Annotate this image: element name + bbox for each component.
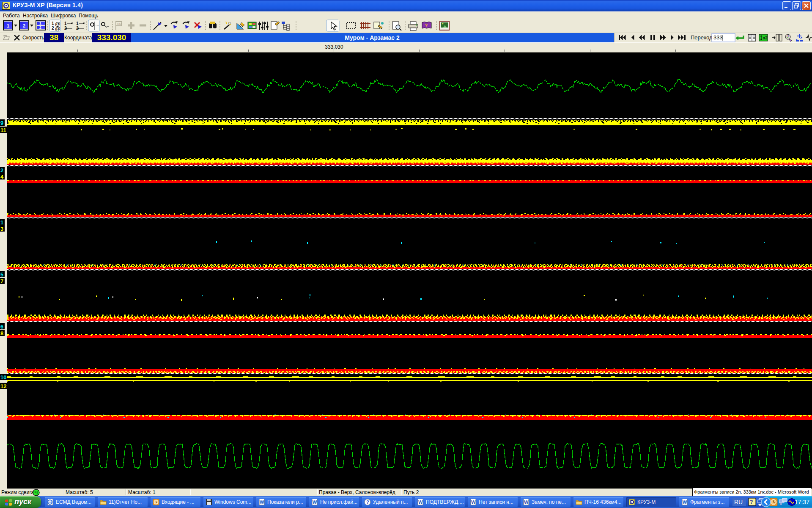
svg-text:1: 1: [52, 21, 54, 26]
svg-text:8: 8: [0, 330, 3, 337]
svg-text:333: 333: [713, 34, 723, 41]
svg-text:2: 2: [23, 23, 25, 28]
svg-text:1: 1: [64, 21, 67, 26]
svg-text:?: ?: [366, 500, 369, 505]
svg-text:4: 4: [0, 174, 4, 180]
svg-text:Ч: Ч: [35, 490, 38, 495]
svg-text:?: ?: [750, 499, 753, 505]
svg-text:3: 3: [0, 226, 3, 232]
svg-text:W: W: [683, 500, 687, 505]
svg-text:Переход: Переход: [691, 34, 713, 41]
svg-text:W: W: [418, 500, 423, 505]
svg-text:10: 10: [0, 374, 6, 381]
svg-text:12: 12: [0, 383, 6, 389]
svg-text:@: @: [55, 25, 60, 32]
svg-text:x2: x2: [763, 36, 768, 40]
svg-text:1: 1: [0, 219, 3, 226]
svg-text:2: 2: [52, 26, 54, 30]
svg-text:5: 5: [0, 271, 3, 278]
svg-text:1: 1: [39, 21, 41, 25]
svg-text:W: W: [313, 500, 317, 505]
svg-text:2: 2: [0, 167, 3, 174]
svg-text:W: W: [260, 500, 264, 505]
svg-text:7: 7: [0, 278, 3, 284]
svg-text:W: W: [471, 500, 476, 505]
svg-text:?: ?: [425, 23, 428, 28]
svg-text:2: 2: [39, 25, 41, 30]
svg-text:11: 11: [0, 127, 6, 133]
svg-text:RU: RU: [734, 499, 743, 505]
svg-text:6: 6: [0, 323, 3, 330]
svg-text:9: 9: [0, 120, 3, 126]
svg-text:KM: KM: [117, 22, 122, 25]
svg-text:W: W: [524, 500, 529, 505]
svg-text:1: 1: [7, 23, 9, 28]
svg-text:1: 1: [76, 21, 79, 26]
